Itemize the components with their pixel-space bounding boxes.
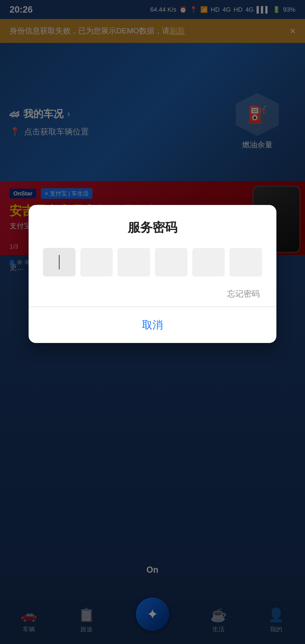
modal-title: 服务密码 <box>43 219 262 236</box>
pin-box-3[interactable] <box>118 248 150 276</box>
cancel-button[interactable]: 取消 <box>28 307 276 343</box>
forget-password-link[interactable]: 忘记密码 <box>43 288 262 299</box>
pin-input-row[interactable] <box>43 248 262 276</box>
modal-footer: 取消 <box>28 307 276 343</box>
service-password-modal: 服务密码 忘记密码 取消 <box>28 205 276 343</box>
pin-cursor <box>59 255 60 269</box>
pin-box-5[interactable] <box>192 248 225 276</box>
pin-box-1[interactable] <box>43 248 76 276</box>
pin-box-6[interactable] <box>230 248 262 276</box>
modal-body: 服务密码 忘记密码 <box>28 205 276 299</box>
pin-box-4[interactable] <box>155 248 188 276</box>
pin-box-2[interactable] <box>80 248 113 276</box>
